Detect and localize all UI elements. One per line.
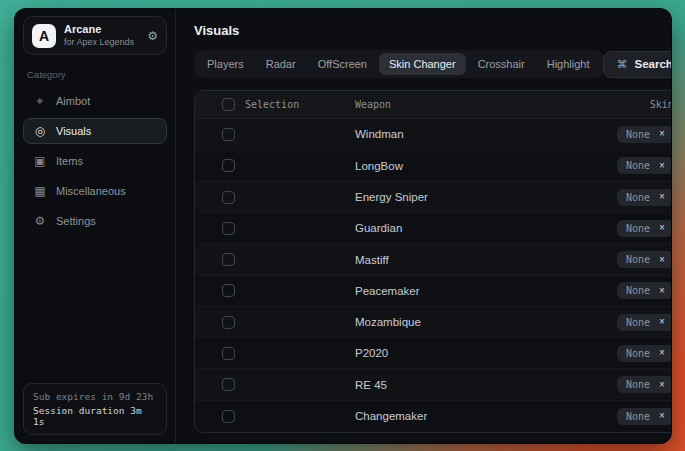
session-duration-text: Session duration 3m 1s — [33, 405, 157, 427]
app-meta: Arcane for Apex Legends — [64, 23, 139, 48]
weapon-name: LongBow — [355, 160, 556, 172]
weapon-name: Peacemaker — [355, 285, 556, 297]
main-panel: Visuals PlayersRadarOffScreenSkin Change… — [176, 9, 672, 443]
skin-badge[interactable]: None × — [617, 220, 672, 237]
row-checkbox[interactable] — [222, 159, 235, 172]
table-row: Mozambique None × — [195, 307, 672, 338]
tab-offscreen[interactable]: OffScreen — [308, 53, 377, 75]
search-button-label: Search — [635, 58, 672, 70]
row-checkbox[interactable] — [222, 316, 235, 329]
tab-players[interactable]: Players — [197, 53, 254, 75]
clear-skin-icon[interactable]: × — [659, 380, 665, 390]
tab-crosshair[interactable]: Crosshair — [468, 53, 535, 75]
miscellaneous-grid-icon: ▦ — [33, 184, 47, 198]
app-window: A Arcane for Apex Legends ⚙ Category ⌖ A… — [14, 8, 672, 444]
tab-highlight[interactable]: Highlight — [537, 53, 600, 75]
skin-value: None — [626, 285, 650, 296]
sidebar-item-label: Settings — [56, 215, 96, 227]
settings-gear-icon: ⚙ — [33, 214, 47, 228]
table-row: Mastiff None × — [195, 244, 672, 275]
skin-value: None — [626, 348, 650, 359]
table-header-row: Selection Weapon Skin — [195, 91, 672, 119]
clear-skin-icon[interactable]: × — [659, 411, 665, 421]
sidebar-item-visuals[interactable]: ◎ Visuals — [23, 118, 167, 144]
row-checkbox[interactable] — [222, 378, 235, 391]
clear-skin-icon[interactable]: × — [659, 286, 665, 296]
tab-radar[interactable]: Radar — [256, 53, 306, 75]
app-logo: A — [32, 24, 56, 48]
skin-badge[interactable]: None × — [617, 408, 672, 425]
weapon-name: Mozambique — [355, 316, 556, 328]
table-row: Energy Sniper None × — [195, 182, 672, 213]
table-row: Changemaker None × — [195, 401, 672, 432]
row-checkbox[interactable] — [222, 191, 235, 204]
table-row: P2020 None × — [195, 338, 672, 369]
sidebar-item-settings[interactable]: ⚙ Settings — [23, 208, 167, 234]
row-checkbox[interactable] — [222, 253, 235, 266]
category-label: Category — [27, 69, 163, 80]
items-box-icon: ▣ — [33, 154, 47, 168]
row-checkbox[interactable] — [222, 222, 235, 235]
select-all-checkbox[interactable] — [222, 98, 235, 111]
command-shortcut-icon: ⌘ — [617, 58, 628, 71]
app-header-card: A Arcane for Apex Legends ⚙ — [23, 16, 167, 55]
skin-badge[interactable]: None × — [617, 126, 672, 143]
weapon-name: P2020 — [355, 347, 556, 359]
skin-badge[interactable]: None × — [617, 345, 672, 362]
weapon-name: Changemaker — [355, 410, 556, 422]
sidebar-item-items[interactable]: ▣ Items — [23, 148, 167, 174]
sidebar-item-miscellaneous[interactable]: ▦ Miscellaneous — [23, 178, 167, 204]
skin-badge[interactable]: None × — [617, 189, 672, 206]
skin-value: None — [626, 254, 650, 265]
sidebar-item-label: Visuals — [56, 125, 91, 137]
table-row: Windman None × — [195, 119, 672, 150]
sidebar-item-label: Aimbot — [56, 95, 90, 107]
header-weapon: Weapon — [355, 99, 556, 110]
row-checkbox[interactable] — [222, 128, 235, 141]
search-button[interactable]: ⌘ Search — [603, 51, 672, 78]
skin-value: None — [626, 223, 650, 234]
app-subtitle: for Apex Legends — [64, 37, 139, 48]
skin-badge[interactable]: None × — [617, 376, 672, 393]
sidebar-item-aimbot[interactable]: ⌖ Aimbot — [23, 88, 167, 114]
skin-value: None — [626, 317, 650, 328]
weapon-name: Energy Sniper — [355, 191, 556, 203]
weapon-name: Guardian — [355, 222, 556, 234]
clear-skin-icon[interactable]: × — [659, 317, 665, 327]
skin-badge[interactable]: None × — [617, 251, 672, 268]
clear-skin-icon[interactable]: × — [659, 348, 665, 358]
clear-skin-icon[interactable]: × — [659, 255, 665, 265]
sidebar-item-label: Miscellaneous — [56, 185, 126, 197]
skin-value: None — [626, 192, 650, 203]
skin-badge[interactable]: None × — [617, 282, 672, 299]
table-row: LongBow None × — [195, 151, 672, 182]
header-selection: Selection — [235, 99, 355, 110]
table-row: RE 45 None × — [195, 369, 672, 400]
skin-value: None — [626, 160, 650, 171]
subscription-card: Sub expires in 9d 23h Session duration 3… — [23, 383, 167, 435]
weapon-name: RE 45 — [355, 379, 556, 391]
clear-skin-icon[interactable]: × — [659, 223, 665, 233]
tab-skin-changer[interactable]: Skin Changer — [379, 53, 466, 75]
aimbot-crosshair-icon: ⌖ — [33, 94, 47, 108]
row-checkbox[interactable] — [222, 410, 235, 423]
app-title: Arcane — [64, 23, 139, 37]
app-gear-icon[interactable]: ⚙ — [147, 29, 158, 43]
table-row: Guardian None × — [195, 213, 672, 244]
clear-skin-icon[interactable]: × — [659, 192, 665, 202]
skin-badge[interactable]: None × — [617, 314, 672, 331]
row-checkbox[interactable] — [222, 284, 235, 297]
header-checkbox-cell — [195, 98, 235, 111]
sidebar-item-label: Items — [56, 155, 83, 167]
header-skin: Skin — [556, 99, 672, 110]
sidebar-nav: ⌖ Aimbot ◎ Visuals ▣ Items ▦ Miscellaneo… — [23, 88, 167, 234]
skin-badge[interactable]: None × — [617, 157, 672, 174]
row-checkbox[interactable] — [222, 347, 235, 360]
clear-skin-icon[interactable]: × — [659, 161, 665, 171]
sidebar-spacer — [23, 234, 167, 383]
skin-value: None — [626, 379, 650, 390]
visuals-eye-icon: ◎ — [33, 124, 47, 138]
weapon-name: Windman — [355, 128, 556, 140]
clear-skin-icon[interactable]: × — [659, 129, 665, 139]
sub-expiry-text: Sub expires in 9d 23h — [33, 391, 157, 402]
